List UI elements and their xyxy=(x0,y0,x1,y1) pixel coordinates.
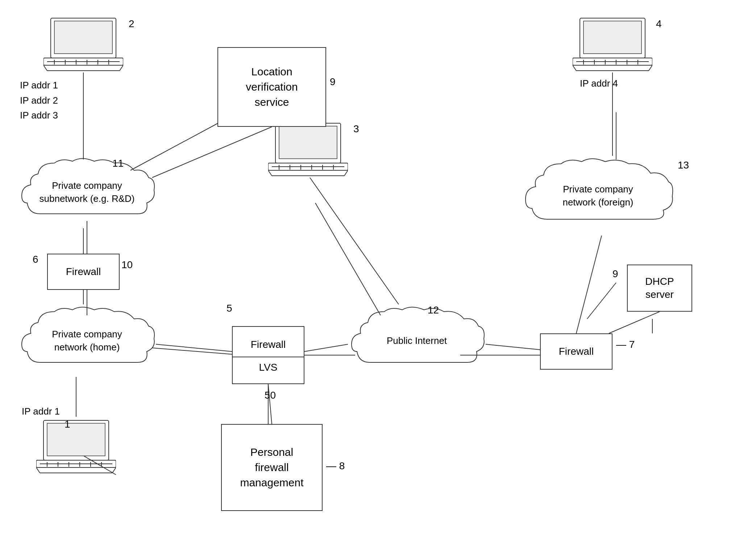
ref-9-lvs: 9 xyxy=(330,76,336,88)
personal-firewall-box: Personalfirewallmanagement xyxy=(221,424,323,511)
svg-line-50 xyxy=(344,170,348,176)
ref-3: 3 xyxy=(353,123,359,135)
location-verification-label: Locationverificationservice xyxy=(246,64,298,110)
firewall-foreign-label: Firewall xyxy=(559,345,594,358)
svg-rect-14 xyxy=(54,21,112,54)
ref-50: 50 xyxy=(265,390,276,401)
dhcp-server-box: DHCPserver xyxy=(627,265,692,312)
laptop-2 xyxy=(43,14,123,72)
ref-10: 10 xyxy=(121,259,133,271)
svg-line-49 xyxy=(268,170,272,176)
svg-rect-53 xyxy=(47,423,105,456)
svg-rect-27 xyxy=(583,21,641,54)
dhcp-server-label: DHCPserver xyxy=(645,275,674,301)
svg-rect-40 xyxy=(279,126,337,159)
ip-addr-laptop4: IP addr 4 xyxy=(580,78,618,89)
firewall-home-box: Firewall xyxy=(47,254,120,290)
ref-2: 2 xyxy=(129,18,134,30)
svg-line-23 xyxy=(43,65,47,71)
personal-firewall-label: Personalfirewallmanagement xyxy=(240,445,303,490)
svg-line-24 xyxy=(120,65,123,71)
private-home-label: Private companynetwork (home) xyxy=(52,328,122,354)
ref-7: — 7 xyxy=(616,339,635,350)
svg-line-4 xyxy=(152,348,243,355)
private-foreign-cloud: Private companynetwork (foreign) xyxy=(522,156,674,236)
firewall-lvs-bottom: LVS xyxy=(259,357,278,378)
laptop-3 xyxy=(268,120,348,178)
ref-12: 12 xyxy=(428,304,439,316)
laptop-4 xyxy=(573,14,652,72)
svg-line-8 xyxy=(587,283,616,319)
firewall-home-label: Firewall xyxy=(66,265,101,278)
location-verification-box: Locationverificationservice xyxy=(217,47,326,127)
ip-addrs-laptop2: IP addr 1 IP addr 2 IP addr 3 xyxy=(20,78,58,123)
private-subnet-label: Private companysubnetwork (e.g. R&D) xyxy=(40,179,135,205)
ref-9-dhcp: 9 xyxy=(612,268,618,280)
firewall-lvs-box: Firewall LVS xyxy=(232,326,304,384)
ref-6: 6 xyxy=(33,254,38,265)
ref-13: 13 xyxy=(678,159,689,171)
ref-4: 4 xyxy=(656,18,662,30)
ref-5: 5 xyxy=(227,303,232,314)
public-internet-cloud: Public Internet xyxy=(348,304,486,377)
private-home-cloud: Private companynetwork (home) xyxy=(18,304,156,377)
svg-line-37 xyxy=(649,65,652,71)
private-subnet-cloud: Private companysubnetwork (e.g. R&D) xyxy=(18,156,156,228)
firewall-lvs-top: Firewall xyxy=(233,333,304,357)
ref-11: 11 xyxy=(112,158,124,169)
svg-line-6 xyxy=(315,203,381,315)
svg-line-63 xyxy=(112,467,116,473)
public-internet-label: Public Internet xyxy=(387,334,447,347)
ref-8: — 8 xyxy=(326,460,345,472)
firewall-foreign-box: Firewall xyxy=(540,333,612,370)
ref-1: 1 xyxy=(65,419,70,430)
laptop-1 xyxy=(36,417,116,475)
svg-line-62 xyxy=(36,467,40,473)
private-foreign-label: Private companynetwork (foreign) xyxy=(562,183,633,209)
svg-line-36 xyxy=(573,65,576,71)
ip-addr-1-bottom: IP addr 1 xyxy=(22,406,60,417)
